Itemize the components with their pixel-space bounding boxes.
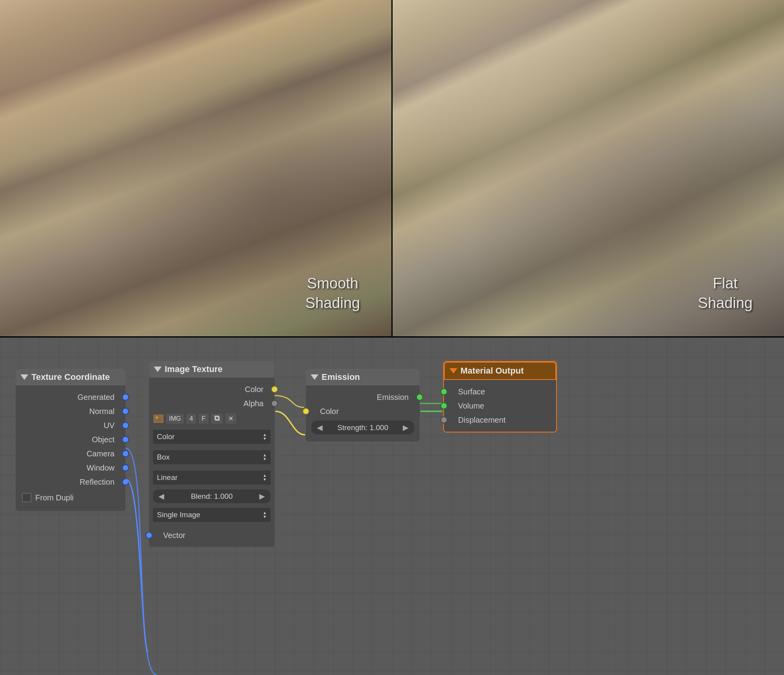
emission-title: Emission [322,372,360,382]
dropdown-arrow-icon [263,433,267,441]
uv-socket[interactable] [122,422,129,429]
color-dropdown[interactable]: Color [153,430,271,444]
projection-dropdown[interactable]: Box [153,450,271,464]
displacement-input-socket[interactable] [440,416,447,423]
img-num-button[interactable]: 4 [186,413,196,424]
emission-output-label: Emission [312,393,413,402]
emission-body: Emission Color ◀ Strength: 1.000 ▶ [306,385,420,441]
flat-shading-panel: Flat Shading [393,0,784,336]
image-texture-body: Color Alpha IMG 4 F ✕ [149,378,275,547]
texture-preview-icon[interactable] [153,414,164,423]
dupli-square-icon [22,493,31,502]
img-close-button[interactable]: ✕ [225,413,237,424]
volume-label: Volume [450,401,550,410]
from-dupli-label: From Dupli [35,493,119,502]
image-texture-title: Image Texture [165,364,223,374]
displacement-input-row: Displacement [444,413,556,427]
image-texture-header: Image Texture [149,361,275,378]
emission-node: Emission Emission Color ◀ Strength: 1.00… [306,369,420,441]
node-editor: Texture Coordinate Generated Normal UV O… [0,338,784,675]
strength-right-arrow[interactable]: ▶ [403,423,409,432]
alpha-output-socket[interactable] [271,400,278,407]
strength-field-row: ◀ Strength: 1.000 ▶ [306,418,420,437]
vector-input-socket[interactable] [146,532,153,539]
camera-socket[interactable] [122,450,129,457]
texture-coordinate-title: Texture Coordinate [31,372,110,382]
strength-left-arrow[interactable]: ◀ [317,423,323,432]
texture-coordinate-node: Texture Coordinate Generated Normal UV O… [16,369,126,511]
color-dropdown-row: Color [149,427,275,447]
svg-rect-2 [159,419,161,421]
generated-row: Generated [16,390,126,404]
strength-display: Strength: 1.000 [337,423,388,432]
texture-coordinate-header: Texture Coordinate [16,369,126,385]
header-triangle-icon [154,367,162,372]
normal-socket[interactable] [122,408,129,415]
flat-shading-label: Flat Shading [698,274,753,313]
window-socket[interactable] [122,464,129,471]
img-letter-button[interactable]: F [198,413,209,424]
strength-field[interactable]: ◀ Strength: 1.000 ▶ [311,421,414,434]
emission-color-socket[interactable] [302,408,309,415]
camera-label: Camera [22,449,119,458]
header-triangle-icon [449,368,457,374]
render-preview-section: Smooth Shading Flat Shading [0,0,784,338]
extension-dropdown[interactable]: Single Image [153,508,271,522]
volume-input-socket[interactable] [440,402,447,409]
material-output-node: Material Output Surface Volume Displacem… [443,361,557,432]
surface-input-socket[interactable] [440,388,447,395]
header-triangle-icon [311,374,318,380]
from-dupli-row: From Dupli [16,489,126,506]
object-socket[interactable] [122,436,129,443]
emission-color-label: Color [312,407,413,416]
object-label: Object [22,435,119,444]
window-row: Window [16,461,126,475]
displacement-label: Displacement [450,416,550,425]
camera-row: Camera [16,447,126,461]
material-output-title: Material Output [460,366,524,376]
color-output-socket[interactable] [271,386,278,393]
reflection-row: Reflection [16,475,126,489]
header-triangle-icon [20,374,28,380]
window-label: Window [22,463,119,472]
texture-coordinate-body: Generated Normal UV Object Camera [16,385,126,511]
vector-input-label: Vector [155,531,268,540]
smooth-shading-panel: Smooth Shading [0,0,393,336]
normal-label: Normal [22,407,119,416]
dropdown-arrow-icon [263,474,267,482]
emission-output-socket[interactable] [416,394,423,401]
surface-label: Surface [450,387,550,396]
object-row: Object [16,432,126,447]
extension-dropdown-row: Single Image [149,505,275,525]
dropdown-arrow-icon [263,511,267,519]
surface-input-row: Surface [444,385,556,399]
reflection-label: Reflection [22,478,119,487]
interpolation-dropdown[interactable]: Linear [153,471,271,485]
material-output-body: Surface Volume Displacement [444,380,556,432]
alpha-output-label: Alpha [155,399,268,408]
img-copy-button[interactable] [211,413,223,424]
color-output-label: Color [155,385,268,394]
volume-input-row: Volume [444,399,556,413]
blend-left-arrow[interactable]: ◀ [158,492,164,501]
emission-output-row: Emission [306,390,420,404]
projection-dropdown-row: Box [149,447,275,467]
emission-header: Emission [306,369,420,385]
uv-row: UV [16,418,126,432]
reflection-socket[interactable] [122,478,129,485]
vector-input-row: Vector [149,528,275,542]
generated-label: Generated [22,393,119,402]
color-output-row: Color [149,382,275,396]
blend-field-row: ◀ Blend: 1.000 ▶ [149,488,275,505]
blend-right-arrow[interactable]: ▶ [259,492,265,501]
generated-socket[interactable] [122,394,129,401]
img-button[interactable]: IMG [166,413,184,424]
blend-field[interactable]: ◀ Blend: 1.000 ▶ [153,489,271,503]
img-toolbar: IMG 4 F ✕ [149,410,275,427]
dropdown-arrow-icon [263,453,267,461]
interpolation-dropdown-row: Linear [149,467,275,488]
svg-rect-1 [156,416,158,419]
normal-row: Normal [16,404,126,418]
material-output-header: Material Output [444,362,556,380]
image-texture-node: Image Texture Color Alpha IMG 4 F [149,361,275,547]
